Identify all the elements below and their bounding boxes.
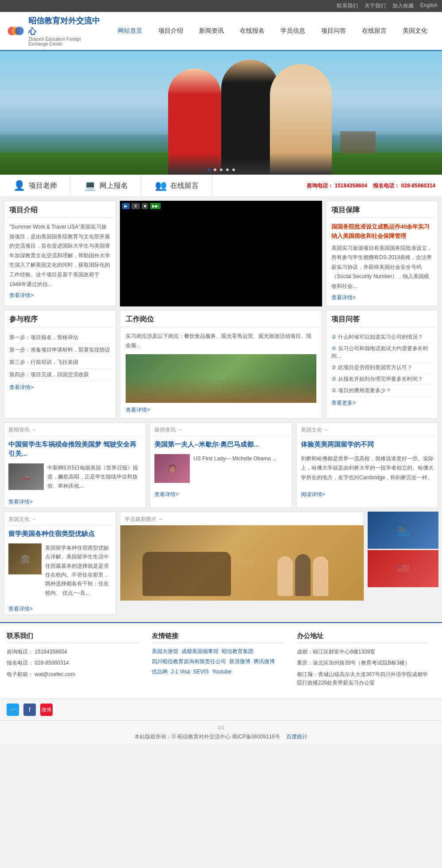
intro-card: 项目介绍 "Summer Work & Travel USA"美国实习旅游项目，… <box>4 201 116 306</box>
photo-small-2: 🇺🇸 <box>368 550 438 587</box>
footer-links-row-3: 优品网 J-1 Visa SEVIS Youtube <box>152 668 284 676</box>
banner-dot-1[interactable] <box>208 168 210 171</box>
footer-link-sevis[interactable]: SEVIS <box>193 669 209 675</box>
facebook-icon[interactable]: f <box>23 704 36 716</box>
culture1-title: 体验英美两国留学的不同 <box>296 436 438 451</box>
news1-more-link[interactable]: 查看详情> <box>4 497 146 508</box>
logo-main-text: 昭信教育对外交流中心 <box>28 15 101 37</box>
intro-text: "Summer Work & Travel USA"美国实习旅游项目，是由美国国… <box>9 222 111 289</box>
nav-culture[interactable]: 美国文化 <box>395 23 435 38</box>
footer-link-j1[interactable]: J-1 Visa <box>171 669 190 675</box>
jobs-title: 工作岗位 <box>120 310 322 327</box>
footer-link-youtube[interactable]: Youtube <box>212 669 231 675</box>
guarantee-text: 美国实习旅游项目有美国国务院批准设立，所有参与学生都拥有DS-2019表格，合法… <box>331 244 433 291</box>
news1-header: 新闻资讯 → <box>4 423 146 436</box>
topbar-english[interactable]: English <box>420 2 438 10</box>
video-player[interactable]: ▶ ⏸ ■ ▶▶ ▶ <box>120 201 322 306</box>
faq-item-3[interactable]: 此项目是否得到美国官方认可？ <box>331 362 433 374</box>
nav-register[interactable]: 在线报名 <box>232 23 273 38</box>
culture1-more-link[interactable]: 阅读详情> <box>296 489 438 500</box>
nav-intro[interactable]: 项目介绍 <box>150 23 191 38</box>
weibo-icon[interactable]: 微博 <box>40 704 53 716</box>
video-btn-1[interactable]: ▶ <box>122 203 130 209</box>
culture1-header: 美国文化 → <box>296 423 438 436</box>
footer-link-consulate[interactable]: 成都美国领事馆 <box>181 648 219 654</box>
video-btn-4[interactable]: ▶▶ <box>150 203 161 209</box>
faq-item-5[interactable]: 项目的费用需要多少？ <box>331 385 433 397</box>
process-step-1: 第一步：项目报名，资格评估 <box>9 332 111 344</box>
teacher-icon: 👤 <box>13 180 25 191</box>
footer-register: 报名电话： 028-85060314 <box>7 659 138 667</box>
nav-faq[interactable]: 项目问答 <box>313 23 354 38</box>
topbar-contact[interactable]: 联系我们 <box>337 2 358 10</box>
footer-addr-2: 重庆：渝北区加州路39号（教育考试院B栋3楼） <box>297 659 429 667</box>
jobs-more-link[interactable]: 查看详情> <box>126 406 316 414</box>
nav-news[interactable]: 新闻资讯 <box>191 23 232 38</box>
faq-item-1[interactable]: 什么时候可以知道实习公司的情况？ <box>331 332 433 343</box>
news2-title: 美国第一夫人--米歇尔·奥巴马成都... <box>150 436 292 451</box>
process-body: 第一步：项目报名，资格评估 第一步：准备项目申请材料，部署实现协议 第三步：行前… <box>4 327 116 396</box>
footer-links-col: 友情链接 美国大使馆 成都美国领事馆 昭信教育集团 四川昭信教育咨询有限责任公司… <box>145 632 290 690</box>
video-controls-top: ▶ ⏸ ■ ▶▶ <box>122 203 161 209</box>
banner-dot-2[interactable] <box>214 168 216 171</box>
footer-consult: 咨询电话： 15184358604 <box>7 648 138 656</box>
topbar-favorite[interactable]: 加入收藏 <box>392 2 414 10</box>
register-icon: 💻 <box>84 180 96 191</box>
quick-register-btn[interactable]: 💻 网上报名 <box>71 175 142 197</box>
logo-sub-text: Zhaoxin Education Foreign Exchange Cente… <box>28 37 101 46</box>
quick-contact-info: 咨询电话： 15184358604 报名电话： 028-85060314 <box>300 177 442 195</box>
news2-category: 新闻资讯 → <box>154 426 182 434</box>
footer-bottom: 1/1 本站版权所有：© 昭信教育对外交流中心 蜀ICP备06009116号 百… <box>0 720 442 744</box>
footer-address-col: 办公地址 成都：锦江区财富中心8楼1309室 重庆：渝北区加州路39号（教育考试… <box>290 632 435 690</box>
main-content: 项目介绍 "Summer Work & Travel USA"美国实习旅游项目，… <box>0 197 442 622</box>
intro-title: 项目介绍 <box>4 201 116 218</box>
news2-body: 👩 US First Lady— Michelle Obama ... <box>150 451 292 486</box>
nav-students[interactable]: 学员信息 <box>273 23 313 38</box>
stats-link[interactable]: 百度统计 <box>286 734 307 740</box>
logo[interactable]: 昭信教育对外交流中心 Zhaoxin Education Foreign Exc… <box>7 15 101 46</box>
footer-link-sina[interactable]: 新浪微博 <box>229 658 250 665</box>
news1-body: 🚗 中新网5月5日电据美国《世界日报》报道，飙歌高唱，正是学生陆续毕业和放假、举… <box>4 460 146 494</box>
process-more-link[interactable]: 查看详情> <box>9 384 111 391</box>
topbar-about[interactable]: 关于我们 <box>365 2 386 10</box>
footer-link-qq[interactable]: 腾讯微博 <box>254 658 275 665</box>
quick-teacher-label: 项目老师 <box>29 181 57 191</box>
culture2-image: 🏛️ <box>8 543 42 574</box>
banner-dot-4[interactable] <box>226 168 229 171</box>
faq-item-2[interactable]: 实习公司和我电话面试大约需要多长时间... <box>331 343 433 362</box>
news1-text: 中新网5月5日电据美国《世界日报》报道，飙歌高唱，正是学生陆续毕业和放假、举杯庆… <box>47 463 141 490</box>
footer-link-embassy[interactable]: 美国大使馆 <box>152 648 178 654</box>
photo-placeholder-text: 学员照片 <box>230 559 254 567</box>
nav-home[interactable]: 网站首页 <box>110 23 150 38</box>
quick-teacher-btn[interactable]: 👤 项目老师 <box>0 175 71 197</box>
twitter-icon[interactable]: 🐦 <box>7 704 19 716</box>
guarantee-more-link[interactable]: 查看详情> <box>331 294 433 302</box>
footer-link-youpin[interactable]: 优品网 <box>152 669 168 675</box>
footer-link-sichuan[interactable]: 四川昭信教育咨询有限责任公司 <box>152 658 226 665</box>
register-label: 报名电话： <box>373 183 400 189</box>
video-btn-2[interactable]: ⏸ <box>131 203 140 209</box>
row-3: 新闻资讯 → 中国留学生车祸殒命推毁美国梦 驾驶安全再引关... 🚗 中新网5月… <box>4 422 438 508</box>
news2-more-link[interactable]: 查看详情> <box>150 489 292 500</box>
faq-item-4[interactable]: 从报名开始到办理完毕要多长时间？ <box>331 374 433 385</box>
guarantee-title: 项目保障 <box>326 201 438 218</box>
quick-message-btn[interactable]: 👥 在线留言 <box>142 175 212 197</box>
consult-label: 咨询电话： <box>307 183 333 189</box>
students-card: 学员最新图片 → 学员照片 <box>120 512 364 601</box>
news2-header: 新闻资讯 → <box>150 423 292 436</box>
video-btn-3[interactable]: ■ <box>142 203 148 209</box>
footer-addr-1: 成都：锦江区财富中心8楼1309室 <box>297 648 429 656</box>
row-1: 项目介绍 "Summer Work & Travel USA"美国实习旅游项目，… <box>4 201 438 306</box>
banner-dot-3[interactable] <box>220 168 223 171</box>
banner-dot-5[interactable] <box>232 168 235 171</box>
news2-image: 👩 <box>154 454 190 483</box>
news1-card: 新闻资讯 → 中国留学生车祸殒命推毁美国梦 驾驶安全再引关... 🚗 中新网5月… <box>4 422 146 508</box>
students-header: 学员最新图片 → <box>120 512 364 525</box>
culture2-more-link[interactable]: 查看详情> <box>4 604 116 615</box>
nav-message[interactable]: 在线留言 <box>354 23 395 38</box>
photo-grid-right: 🏊 🇺🇸 <box>368 512 438 587</box>
intro-more-link[interactable]: 查看详情> <box>9 292 111 299</box>
footer-link-group[interactable]: 昭信教育集团 <box>222 648 254 654</box>
header: 昭信教育对外交流中心 Zhaoxin Education Foreign Exc… <box>0 12 442 51</box>
faq-more-link[interactable]: 查看更多> <box>331 399 433 407</box>
